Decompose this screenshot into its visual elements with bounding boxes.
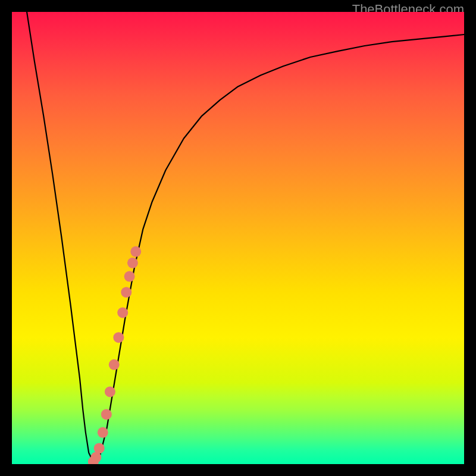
highlight-point (130, 246, 141, 257)
gradient-plot-area (12, 12, 464, 464)
highlight-point (124, 271, 135, 282)
highlight-point (98, 427, 108, 438)
highlight-point (117, 307, 128, 318)
bottleneck-curve-line (27, 12, 464, 462)
highlight-point (101, 409, 112, 419)
highlight-point (127, 258, 138, 268)
chart-outer-frame: TheBottleneck.com (0, 0, 476, 476)
highlight-points-group (88, 246, 141, 464)
chart-svg (12, 12, 464, 464)
highlight-point (113, 332, 124, 343)
highlight-point (88, 456, 99, 464)
highlight-point (121, 287, 131, 298)
highlight-point (90, 452, 101, 463)
highlight-point (105, 386, 115, 397)
highlight-point (109, 359, 120, 370)
highlight-point (94, 443, 105, 453)
